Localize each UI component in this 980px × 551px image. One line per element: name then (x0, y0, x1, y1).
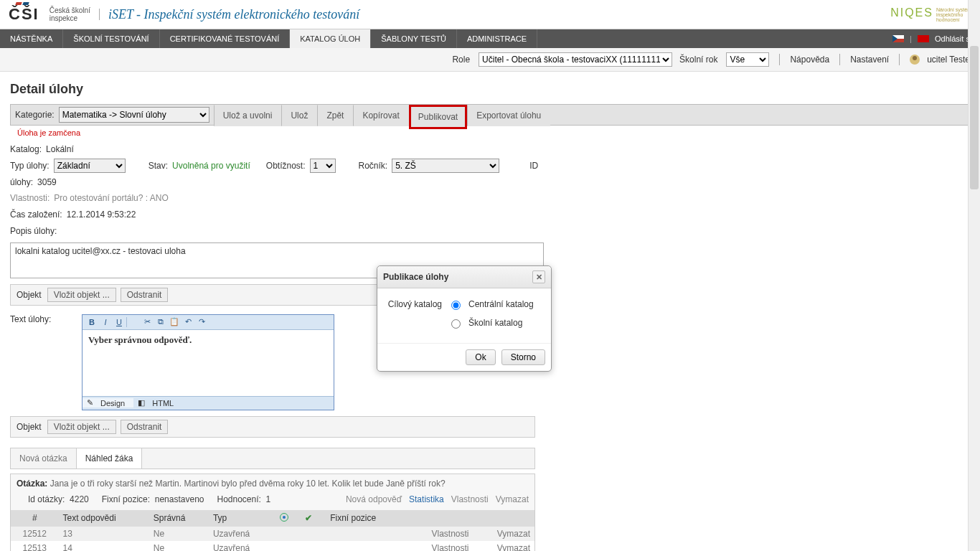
stats-link[interactable]: Statistika (409, 494, 444, 504)
radio-icon (280, 513, 288, 522)
paste-icon[interactable]: 📋 (168, 316, 181, 328)
col-0: # (11, 510, 59, 527)
user-name[interactable]: ucitel Tester (927, 55, 973, 65)
ok-button[interactable]: Ok (466, 349, 495, 365)
context-bar: Role Učitel - Obecná škola - testovaciXX… (0, 48, 980, 72)
row-props-link[interactable]: Vlastnosti (432, 543, 469, 551)
col-1: Text odpovědi (59, 510, 149, 527)
redo-icon[interactable]: ↷ (195, 316, 208, 328)
tb-publikovat[interactable]: Publikovat (409, 105, 467, 129)
remove-object-button[interactable]: Odstranit (121, 288, 169, 302)
row-del-link[interactable]: Vymazat (497, 543, 530, 551)
nav-n-st-nka[interactable]: NÁSTĚNKA (0, 29, 63, 48)
csi-logo: ČŠI (9, 5, 39, 24)
col-3: Typ (209, 510, 275, 527)
radio-central[interactable] (451, 301, 461, 310)
difficulty-select[interactable]: 1 (310, 159, 336, 173)
table-row: 1251213NeUzavřenáVlastnostiVymazat (11, 527, 534, 541)
row-props-link[interactable]: Vlastnosti (432, 529, 469, 539)
row-del-link[interactable]: Vymazat (497, 529, 530, 539)
user-icon (910, 55, 920, 65)
radio-school[interactable] (451, 319, 461, 329)
object-bar-bottom: Objekt Vložit objekt ... Odstranit (10, 416, 535, 438)
insert-object-button-2[interactable]: Vložit objekt ... (47, 420, 116, 434)
question-panel: Otázka: Jana je o tři roky starší než Ma… (10, 474, 535, 551)
settings-link[interactable]: Nastavení (850, 55, 889, 65)
col-7 (406, 510, 473, 527)
html-tab[interactable]: ◧ HTML (133, 398, 182, 408)
org-name: Česká školní inspekce (50, 6, 90, 22)
app-title: iSET - Inspekční systém elektronického t… (108, 7, 359, 22)
year-select[interactable]: Vše (726, 52, 769, 67)
task-toolbar: Kategorie: Matematika -> Slovní úlohy Ul… (10, 104, 971, 126)
nav-certifikovan-testov-n-[interactable]: CERTIFIKOVANÉ TESTOVÁNÍ (160, 29, 291, 48)
insert-object-button[interactable]: Vložit objekt ... (47, 288, 116, 302)
category-select[interactable]: Matematika -> Slovní úlohy (59, 107, 209, 123)
new-answer-link[interactable]: Nová odpověď (346, 494, 402, 504)
col-2: Správná (149, 510, 209, 527)
tb-kop-rovat[interactable]: Kopírovat (353, 105, 408, 126)
flag-en-icon[interactable] (918, 35, 929, 42)
q-delete-link[interactable]: Vymazat (496, 494, 529, 504)
close-icon[interactable]: ✕ (532, 270, 545, 283)
nav--ablony-test-[interactable]: ŠABLONY TESTŮ (371, 29, 457, 48)
nav--koln-testov-n-[interactable]: ŠKOLNÍ TESTOVÁNÍ (63, 29, 159, 48)
editor-label: Text úlohy: (10, 314, 75, 324)
help-link[interactable]: Nápověda (790, 55, 829, 65)
tb-exportovat-lohu[interactable]: Exportovat úlohu (467, 105, 550, 126)
tb-ulo-a-uvolni[interactable]: Ulož a uvolni (214, 105, 282, 126)
tb-ulo-[interactable]: Ulož (281, 105, 317, 126)
check-icon: ✔ (305, 513, 314, 522)
question-tabs: Nová otázkaNáhled žáka (10, 448, 535, 469)
tab-0[interactable]: Nová otázka (11, 448, 77, 468)
role-label: Role (452, 55, 470, 65)
table-row: 1251314NeUzavřenáVlastnostiVymazat (11, 541, 534, 551)
dialog-title: Publikace úlohy (383, 272, 448, 282)
nav-administrace[interactable]: ADMINISTRACE (457, 29, 537, 48)
col-6: Fixní pozice (326, 510, 405, 527)
tb-zp-t[interactable]: Zpět (317, 105, 353, 126)
app-header: ČŠI Česká školní inspekce iSET - Inspekč… (0, 0, 980, 29)
undo-icon[interactable]: ↶ (182, 316, 194, 328)
grade-select[interactable]: 5. ZŠ (392, 159, 499, 173)
nav-katalog-loh[interactable]: KATALOG ÚLOH (290, 29, 371, 48)
editor-body[interactable]: Vyber správnou odpověď. (83, 330, 334, 396)
design-tab[interactable]: ✎ Design (83, 398, 133, 408)
underline-icon[interactable]: U (113, 316, 126, 328)
q-props-link[interactable]: Vlastnosti (451, 494, 489, 504)
italic-icon[interactable]: I (99, 316, 112, 328)
bold-icon[interactable]: B (85, 316, 98, 328)
flag-cz-icon[interactable] (892, 35, 904, 42)
niqes-logo: NIQESNárodní systéminspekčníhohodnocení (890, 6, 971, 22)
answers-table: #Text odpovědiSprávnáTyp✔Fixní pozice 12… (11, 510, 534, 551)
task-meta: Katalog: Lokální Typ úlohy: Základní Sta… (10, 141, 970, 240)
publish-dialog: Publikace úlohy ✕ Cílový katalog Centrál… (377, 265, 552, 372)
cancel-button[interactable]: Storno (501, 349, 545, 365)
remove-object-button-2[interactable]: Odstranit (121, 420, 169, 434)
category-label: Kategorie: (11, 110, 59, 120)
type-select[interactable]: Základní (54, 159, 126, 173)
year-label: Školní rok (679, 55, 717, 65)
locked-warning: Úloha je zamčena (17, 128, 970, 137)
copy-icon[interactable]: ⧉ (154, 316, 167, 328)
cut-icon[interactable]: ✂ (141, 316, 154, 328)
rich-editor[interactable]: B I U ✂ ⧉ 📋 ↶ ↷ Vyber správnou odpověď. … (82, 314, 334, 410)
page-title: Detail úlohy (10, 82, 970, 97)
role-select[interactable]: Učitel - Obecná škola - testovaciXX (111… (479, 52, 672, 67)
tab-1[interactable]: Náhled žáka (77, 448, 143, 468)
col-5: ✔ (301, 510, 326, 527)
main-nav: NÁSTĚNKAŠKOLNÍ TESTOVÁNÍCERTIFIKOVANÉ TE… (0, 29, 980, 48)
status-value: Uvolněná pro využití (172, 158, 250, 174)
scrollbar[interactable] (968, 0, 980, 551)
col-4 (275, 510, 301, 527)
col-8 (473, 510, 534, 527)
